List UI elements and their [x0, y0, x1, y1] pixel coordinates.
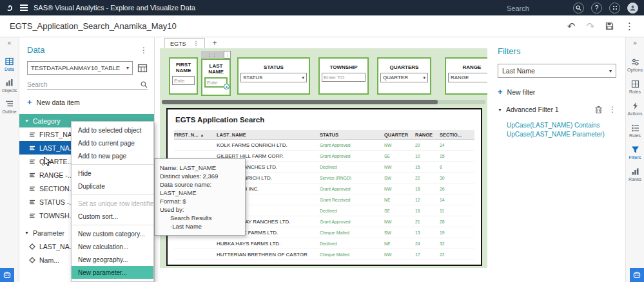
column-header-status[interactable]: STATUS: [320, 132, 384, 138]
data-panel-menu-icon[interactable]: ⋮: [140, 46, 148, 54]
control-last-name[interactable]: LAST NAME ●: [201, 59, 231, 96]
collapse-panel-icon[interactable]: «: [8, 39, 12, 46]
quarters-dropdown[interactable]: QUARTER ▾: [380, 73, 428, 82]
cell-status: Cheque Mailed: [320, 230, 384, 235]
table-row[interactable]: HUBKA HAYS FARMS LTD. Declined NE 24 32: [174, 238, 474, 249]
township-input[interactable]: [324, 75, 364, 80]
trash-icon[interactable]: [595, 106, 602, 113]
rail-tab-outline[interactable]: Outline: [2, 100, 16, 114]
rail-tab-actions[interactable]: Actions: [628, 102, 643, 116]
cell-status: Declined: [320, 165, 384, 169]
cell-status: Declined: [320, 209, 384, 213]
tooltip-data-source-name: Data source name: LAST_NAME: [160, 180, 240, 197]
scrollbar-thumb[interactable]: [162, 100, 438, 104]
table-row[interactable]: HUTTERIAN BRETHREN OF CASTOR Cheque Mail…: [174, 249, 474, 260]
filter-expression[interactable]: UpCase(LAST_NAME) Contains UpCase(LAST_N…: [507, 121, 616, 139]
control-menu-icon[interactable]: ⋮: [224, 51, 231, 59]
rail-tab-rules[interactable]: Rules: [629, 124, 641, 138]
data-item-label: STATUS -...: [39, 198, 75, 206]
cell-section: 24: [440, 143, 471, 147]
control-status[interactable]: STATUS STATUS ▾: [237, 57, 310, 95]
menu-item-new-custom-category[interactable]: New custom category...: [72, 227, 153, 240]
table-properties-icon[interactable]: [137, 63, 148, 73]
data-source-value: TESTDATAPLANMAY10_TABLE: [31, 64, 120, 71]
menu-item-set-unique-row-identifier: Set as unique row identifie...: [72, 197, 153, 210]
left-rail: « Data Objects Outline: [0, 37, 19, 282]
rail-label: Objects: [2, 88, 17, 93]
control-first-name[interactable]: FIRST NAME: [169, 57, 198, 95]
more-options-icon[interactable]: ⋮: [625, 21, 634, 31]
search-icon[interactable]: [573, 3, 584, 14]
cell-quarter: NE: [384, 241, 415, 246]
tab-menu-icon[interactable]: ⋮: [193, 41, 199, 46]
last-name-input[interactable]: [207, 80, 225, 86]
advanced-filter-label: Advanced Filter 1: [506, 106, 559, 113]
menu-item-new-parameter[interactable]: New parameter...: [72, 266, 153, 279]
rail-tab-objects[interactable]: Objects: [2, 79, 17, 93]
filter-expression-line2: UpCase(LAST_NAME Parameter): [507, 130, 616, 139]
redo-icon[interactable]: ↷: [586, 21, 594, 31]
new-filter-button[interactable]: + New filter: [498, 88, 616, 96]
rail-tab-data[interactable]: Data: [5, 57, 14, 71]
cell-status: Declined: [320, 241, 384, 246]
control-label: QUARTERS: [381, 64, 427, 70]
data-panel-title: Data: [27, 45, 44, 55]
add-page-button[interactable]: +: [213, 39, 217, 48]
global-search-input[interactable]: [507, 5, 566, 12]
filter-target-select[interactable]: Last Name ▾: [498, 64, 616, 78]
menu-item-new-calculation[interactable]: New calculation...: [72, 240, 153, 253]
menu-item-add-to-current-page[interactable]: Add to current page: [72, 136, 153, 149]
help-icon[interactable]: ?: [591, 3, 602, 14]
menu-item-new-geography[interactable]: New geography...: [72, 253, 153, 266]
rail-label: Rules: [629, 133, 641, 138]
menu-item-custom-sort[interactable]: Custom sort...: [72, 210, 153, 223]
selected-control-drag-bar[interactable]: ⋮⋮ ⋮: [201, 51, 231, 59]
first-name-input[interactable]: [174, 78, 193, 84]
rail-tab-filters[interactable]: Filters: [629, 146, 641, 160]
menu-item-add-to-selected-object[interactable]: Add to selected object: [72, 124, 153, 136]
search-icon[interactable]: [141, 81, 148, 88]
control-label: LAST NAME: [205, 63, 227, 75]
status-dropdown[interactable]: STATUS ▾: [240, 73, 307, 82]
rail-tab-roles[interactable]: Roles: [629, 80, 641, 94]
assistant-button[interactable]: [0, 268, 14, 282]
filter-expression-line1: UpCase(LAST_NAME) Contains: [507, 121, 616, 130]
range-dropdown[interactable]: RANGE ▾: [448, 73, 487, 82]
filters-panel: Filters Last Name ▾ + New filter ▼ Advan…: [489, 37, 625, 282]
data-source-select[interactable]: TESTDATAPLANMAY10_TABLE ▾: [27, 61, 133, 75]
data-search-input[interactable]: [27, 81, 141, 88]
menu-item-duplicate[interactable]: Duplicate: [72, 180, 153, 193]
undo-icon[interactable]: ↶: [567, 21, 576, 31]
sas-logo: [6, 4, 14, 12]
column-header-quarter[interactable]: QUARTER: [384, 132, 415, 138]
menu-item-add-to-new-page[interactable]: Add to new page: [72, 149, 153, 162]
data-item-label: Nam...: [39, 256, 59, 264]
cell-quarter: NW: [384, 220, 415, 224]
rail-tab-options[interactable]: Options: [627, 58, 643, 72]
control-range[interactable]: RANGE RANGE ▾: [445, 57, 487, 95]
data-search-wrap: [27, 81, 148, 90]
horizontal-scrollbar[interactable]: [162, 100, 485, 104]
cell-last-name: HUBKA HAYS FARMS LTD.: [217, 241, 320, 247]
control-township[interactable]: TOWNSHIP: [318, 57, 369, 95]
new-data-item-button[interactable]: + New data item: [27, 98, 146, 106]
user-avatar[interactable]: [627, 3, 638, 14]
category-icon: [29, 212, 35, 219]
cell-quarter: SE: [384, 209, 415, 213]
menu-item-hide[interactable]: Hide: [72, 167, 153, 180]
column-header-section[interactable]: SECTIO...: [440, 132, 471, 138]
assistant-button-right[interactable]: [630, 268, 644, 282]
hamburger-menu-icon[interactable]: [20, 5, 28, 11]
advanced-filter-menu-icon[interactable]: ⋮: [609, 106, 616, 113]
column-header-range[interactable]: RANGE: [415, 132, 440, 138]
apps-icon[interactable]: [609, 3, 620, 14]
control-quarters[interactable]: QUARTERS QUARTER ▾: [377, 57, 431, 95]
column-header-first-name[interactable]: FIRST_N...▲: [174, 132, 217, 138]
tab-egts[interactable]: EGTS ⋮: [164, 38, 205, 48]
expand-panel-icon[interactable]: »: [633, 39, 637, 46]
save-icon[interactable]: [605, 22, 614, 30]
triangle-down-icon[interactable]: ▼: [498, 108, 502, 112]
table-row[interactable]: KOLK FARMS CONRICH LTD. Grant Approved N…: [174, 140, 474, 151]
rail-tab-ranks[interactable]: Ranks: [629, 167, 641, 182]
column-header-last-name[interactable]: LAST_NAME: [217, 132, 320, 138]
